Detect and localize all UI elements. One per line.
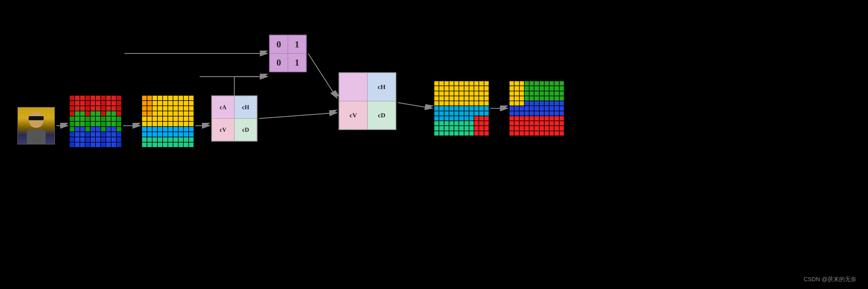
grid2-pixel — [173, 142, 178, 147]
gout2-pixel — [524, 131, 529, 136]
grid1-pixel — [95, 95, 101, 101]
grid2-pixel — [152, 132, 157, 137]
grid2-pixel — [163, 142, 168, 147]
gout1-pixel — [484, 116, 489, 121]
gout2-pixel — [554, 91, 559, 96]
grid1-pixel — [69, 95, 75, 101]
grid1-pixel — [111, 95, 116, 101]
gout1-pixel — [439, 126, 444, 131]
gout2-pixel — [544, 111, 549, 116]
gout2-pixel — [534, 111, 539, 116]
grid2-pixel — [183, 111, 189, 116]
gout2-pixel — [524, 91, 529, 96]
gout2-pixel — [539, 121, 544, 126]
gout1-pixel — [454, 91, 459, 96]
gout1-pixel — [459, 126, 464, 131]
gout2-pixel — [539, 86, 544, 91]
gout2-pixel — [559, 96, 564, 101]
grid1-pixel — [101, 116, 106, 121]
gout2-pixel — [519, 131, 524, 136]
grid2-pixel — [142, 127, 147, 132]
gout2-pixel — [534, 106, 539, 111]
gout2-pixel — [544, 121, 549, 126]
gout1-pixel — [484, 111, 489, 116]
grid2-pixel — [147, 106, 152, 111]
grid1-pixel — [69, 142, 75, 147]
gout2-pixel — [559, 116, 564, 121]
gout1-pixel — [439, 106, 444, 111]
gout2-pixel — [509, 91, 514, 96]
gout2-pixel — [509, 121, 514, 126]
gout1-pixel — [459, 96, 464, 101]
grid1-pixel — [90, 95, 95, 101]
gout2-pixel — [549, 126, 554, 131]
grid1-pixel — [106, 101, 111, 106]
grid2-pixel — [142, 95, 147, 101]
gout2-pixel — [554, 106, 559, 111]
gout2-pixel — [559, 81, 564, 86]
gout1-pixel — [444, 86, 449, 91]
svg-line-9 — [308, 53, 337, 98]
binary-cell-00: 0 — [270, 35, 288, 53]
yellow-pixel-grid-2 — [142, 95, 194, 147]
grid1-pixel — [106, 95, 111, 101]
gout2-pixel — [559, 86, 564, 91]
grid2-pixel — [157, 95, 163, 101]
grid2-pixel — [178, 106, 183, 111]
grid1-pixel — [85, 101, 90, 106]
grid2-pixel — [147, 121, 152, 127]
grid2-pixel — [183, 132, 189, 137]
gout1-pixel — [459, 86, 464, 91]
grid1-pixel — [101, 137, 106, 142]
ch-cell: cH — [235, 96, 257, 118]
gout2-pixel — [549, 101, 554, 106]
gout1-pixel — [464, 126, 469, 131]
grid1-pixel — [75, 142, 80, 147]
input-photo — [18, 107, 55, 145]
grid2-pixel — [152, 121, 157, 127]
grid1-pixel — [75, 116, 80, 121]
grid1-pixel — [80, 111, 85, 116]
gout1-pixel — [464, 111, 469, 116]
gout1-pixel — [479, 91, 484, 96]
grid1-pixel — [80, 116, 85, 121]
grid1-pixel — [95, 116, 101, 121]
grid1-pixel — [69, 132, 75, 137]
gout2-pixel — [534, 126, 539, 131]
binary-cell-01: 1 — [288, 35, 306, 53]
gout1-pixel — [434, 86, 439, 91]
grid1-pixel — [111, 121, 116, 127]
grid2-pixel — [142, 101, 147, 106]
grid2-pixel — [168, 121, 173, 127]
grid2-pixel — [183, 137, 189, 142]
grid1-pixel — [80, 121, 85, 127]
grid2-pixel — [163, 137, 168, 142]
gout2-pixel — [519, 81, 524, 86]
grid2-pixel — [168, 137, 173, 142]
gout2-pixel — [534, 116, 539, 121]
grid2-pixel — [152, 95, 157, 101]
gout2-pixel — [509, 96, 514, 101]
gout2-pixel — [519, 116, 524, 121]
gout1-pixel — [479, 126, 484, 131]
gout1-pixel — [484, 106, 489, 111]
grid2-pixel — [189, 137, 194, 142]
gout1-pixel — [454, 131, 459, 136]
grid2-pixel — [142, 132, 147, 137]
gout1-pixel — [464, 106, 469, 111]
grid2-pixel — [183, 121, 189, 127]
gout2-pixel — [539, 101, 544, 106]
gout2-pixel — [549, 81, 554, 86]
gout1-pixel — [474, 91, 479, 96]
cv-cell: cV — [212, 118, 235, 141]
gout1-pixel — [439, 86, 444, 91]
gout2-pixel — [514, 91, 519, 96]
grid1-pixel — [111, 106, 116, 111]
gout1-pixel — [444, 126, 449, 131]
gout2-pixel — [554, 126, 559, 131]
gout2-pixel — [539, 126, 544, 131]
grid1-pixel — [80, 142, 85, 147]
grid1-pixel — [116, 132, 122, 137]
gout1-pixel — [449, 91, 454, 96]
cd2-cell: cD — [368, 101, 396, 130]
